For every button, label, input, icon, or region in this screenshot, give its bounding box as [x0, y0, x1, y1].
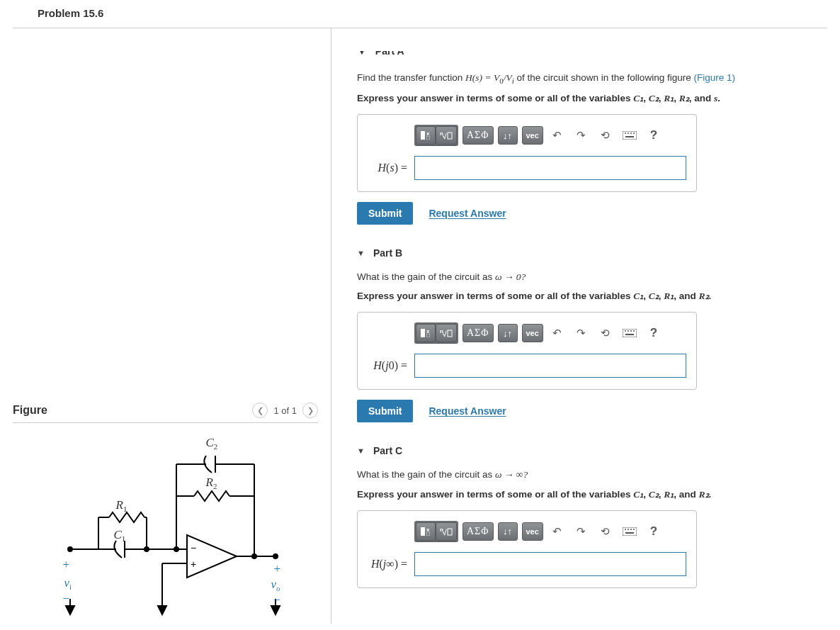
svg-marker-25: [158, 606, 166, 614]
reset-icon[interactable]: ⟲: [596, 324, 615, 342]
keyboard-icon[interactable]: [620, 126, 640, 145]
svg-marker-30: [66, 606, 74, 614]
vec-button[interactable]: vec: [522, 126, 543, 145]
part-b-express: Express your answer in terms of some or …: [357, 290, 822, 302]
subscript-icon[interactable]: ↓↑: [498, 522, 518, 541]
part-a-express: Express your answer in terms of some or …: [357, 92, 822, 104]
keyboard-icon[interactable]: [620, 522, 640, 541]
svg-point-69: [633, 529, 635, 530]
undo-icon[interactable]: ↶: [547, 324, 567, 342]
svg-rect-41: [623, 131, 637, 140]
subscript-icon[interactable]: ↓↑: [498, 324, 518, 342]
svg-point-57: [633, 330, 635, 332]
subscript-icon[interactable]: ↓↑: [498, 126, 518, 145]
svg-marker-20: [187, 535, 237, 578]
part-a-answer-label: H(s) =: [368, 162, 407, 174]
fraction-icon[interactable]: n√: [436, 126, 457, 145]
caret-down-icon: ▼: [357, 249, 365, 257]
svg-text:√: √: [443, 133, 447, 140]
part-b-answer-box: x□ n√ ΑΣΦ ↓↑ vec ↶ ↷ ⟲: [357, 312, 697, 390]
part-c-express: Express your answer in terms of some or …: [357, 488, 822, 500]
svg-text:√: √: [443, 330, 447, 338]
part-a-prompt: Find the transfer function H(s) = V0/Vi …: [357, 71, 822, 86]
part-b-request-link[interactable]: Request Answer: [428, 405, 506, 417]
svg-rect-47: [421, 329, 425, 337]
templates-icon[interactable]: x□: [416, 126, 436, 145]
svg-text:□: □: [426, 531, 430, 536]
part-b-header[interactable]: ▼ Part B: [357, 247, 822, 259]
svg-point-55: [628, 330, 629, 332]
fraction-icon[interactable]: n√: [436, 522, 457, 541]
svg-point-67: [628, 529, 629, 530]
svg-rect-59: [421, 527, 425, 536]
part-c-prompt: What is the gain of the circuit as ω → ∞…: [357, 468, 822, 482]
part-a-header: ▼ Part A: [357, 51, 822, 58]
part-c-answer-label: H(j∞) =: [368, 558, 407, 570]
svg-point-27: [252, 554, 256, 558]
reset-icon[interactable]: ⟲: [596, 126, 615, 145]
svg-rect-65: [623, 527, 637, 536]
svg-text:√: √: [443, 529, 447, 536]
svg-point-68: [630, 529, 632, 530]
svg-point-28: [273, 554, 278, 558]
help-icon[interactable]: ?: [644, 522, 664, 541]
vec-button[interactable]: vec: [522, 324, 543, 342]
help-icon[interactable]: ?: [644, 324, 664, 342]
svg-rect-53: [623, 329, 637, 337]
problem-title: Problem 15.6: [13, 0, 827, 28]
svg-rect-46: [625, 136, 634, 137]
greek-button[interactable]: ΑΣΦ: [462, 522, 494, 541]
figure-pager-text: 1 of 1: [273, 405, 297, 416]
svg-text:□: □: [426, 135, 430, 140]
svg-point-42: [625, 133, 626, 134]
greek-button[interactable]: ΑΣΦ: [462, 126, 494, 145]
svg-point-54: [625, 330, 626, 332]
fraction-icon[interactable]: n√: [436, 324, 457, 342]
part-a-answer-input[interactable]: [414, 156, 686, 180]
figure-prev-button[interactable]: ❮: [252, 403, 268, 418]
svg-rect-52: [448, 330, 452, 337]
part-c-header[interactable]: ▼ Part C: [357, 445, 822, 456]
figure-next-button[interactable]: ❯: [302, 403, 318, 418]
part-a-request-link[interactable]: Request Answer: [428, 208, 506, 219]
templates-icon[interactable]: x□: [416, 522, 436, 541]
svg-point-56: [630, 330, 632, 332]
circuit-diagram: − + C2 R2 R1 C1 +: [28, 436, 304, 620]
svg-text:−: −: [191, 542, 196, 553]
svg-text:□: □: [426, 332, 430, 338]
svg-point-66: [625, 529, 626, 530]
svg-rect-64: [448, 529, 452, 535]
svg-point-43: [628, 133, 629, 134]
part-b-submit-button[interactable]: Submit: [357, 400, 413, 422]
figure-panel: Figure ❮ 1 of 1 ❯: [13, 403, 318, 620]
redo-icon[interactable]: ↷: [572, 324, 591, 342]
svg-rect-40: [448, 133, 452, 139]
greek-button[interactable]: ΑΣΦ: [462, 324, 494, 342]
svg-rect-35: [421, 131, 425, 140]
part-a-submit-button[interactable]: Submit: [357, 202, 413, 225]
caret-down-icon: ▼: [357, 51, 367, 58]
keyboard-icon[interactable]: [620, 324, 640, 342]
vec-button[interactable]: vec: [522, 522, 543, 541]
svg-text:+: +: [191, 558, 196, 570]
svg-point-45: [633, 133, 635, 134]
part-c-answer-input[interactable]: [414, 552, 686, 576]
figure-link[interactable]: (Figure 1): [693, 72, 735, 83]
reset-icon[interactable]: ⟲: [596, 522, 615, 541]
part-b-answer-input[interactable]: [414, 354, 686, 378]
undo-icon[interactable]: ↶: [547, 522, 567, 541]
svg-point-44: [630, 133, 632, 134]
templates-icon[interactable]: x□: [416, 324, 436, 342]
caret-down-icon: ▼: [357, 446, 365, 455]
redo-icon[interactable]: ↷: [572, 522, 591, 541]
undo-icon[interactable]: ↶: [547, 126, 567, 145]
svg-rect-70: [625, 532, 634, 534]
redo-icon[interactable]: ↷: [572, 126, 591, 145]
part-b-prompt: What is the gain of the circuit as ω → 0…: [357, 270, 822, 284]
svg-point-0: [68, 547, 72, 551]
part-a-answer-box: x□ n√ ΑΣΦ ↓↑ vec ↶ ↷ ⟲: [357, 114, 697, 192]
part-c-answer-box: x□ n√ ΑΣΦ ↓↑ vec ↶ ↷ ⟲: [357, 510, 697, 588]
figure-heading: Figure: [13, 404, 47, 417]
help-icon[interactable]: ?: [644, 126, 664, 145]
svg-rect-58: [625, 334, 634, 335]
